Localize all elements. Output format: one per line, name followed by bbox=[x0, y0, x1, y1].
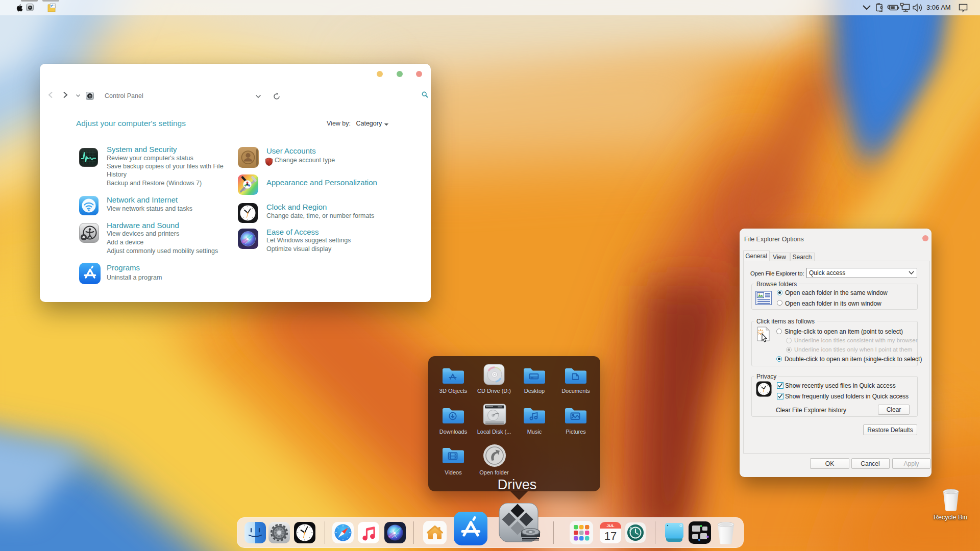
svg-text:17: 17 bbox=[604, 530, 617, 542]
svg-text:Videos: Videos bbox=[445, 469, 462, 475]
svg-text:Desktop: Desktop bbox=[524, 388, 545, 394]
svg-text:Open folder: Open folder bbox=[479, 469, 509, 475]
svg-text:Pictures: Pictures bbox=[566, 429, 586, 435]
svg-text:Downloads: Downloads bbox=[439, 429, 468, 435]
svg-text:Documents: Documents bbox=[561, 388, 590, 394]
svg-text:3D Objects: 3D Objects bbox=[439, 388, 468, 394]
svg-text:CD Drive (D:): CD Drive (D:) bbox=[477, 388, 511, 394]
svg-text:Local Disk (...: Local Disk (... bbox=[477, 429, 511, 435]
svg-text:Music: Music bbox=[527, 429, 542, 435]
svg-text:JUL: JUL bbox=[606, 523, 614, 528]
